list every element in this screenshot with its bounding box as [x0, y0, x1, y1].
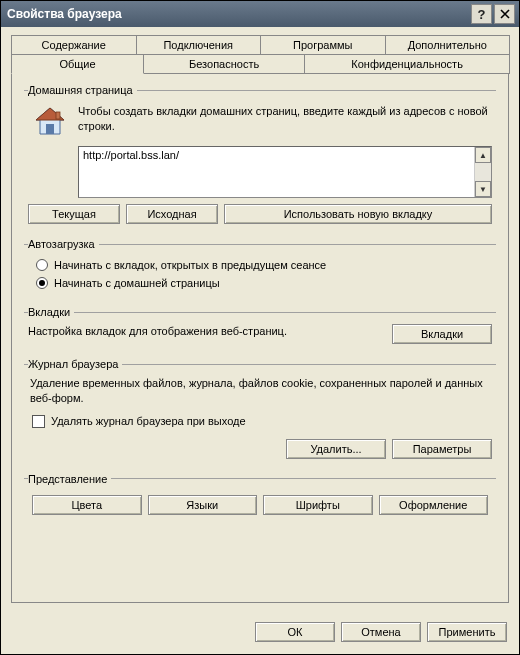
dialog-bottom-bar: ОК Отмена Применить — [1, 612, 519, 654]
delete-history-button[interactable]: Удалить... — [286, 439, 386, 459]
tab-advanced[interactable]: Дополнительно — [385, 35, 511, 55]
radio-selected-icon — [36, 277, 48, 289]
legend-tabs: Вкладки — [28, 306, 74, 318]
tab-content[interactable]: Содержание — [11, 35, 137, 55]
tab-programs[interactable]: Программы — [260, 35, 386, 55]
fieldset-home: Домашняя страница Чтобы создать вкладки … — [24, 84, 496, 228]
checkbox-icon — [32, 415, 45, 428]
startup-option-last-session[interactable]: Начинать с вкладок, открытых в предыдуще… — [28, 256, 492, 274]
fieldset-tabs: Вкладки Настройка вкладок для отображени… — [24, 306, 496, 348]
ok-button[interactable]: ОК — [255, 622, 335, 642]
tabs-settings-button[interactable]: Вкладки — [392, 324, 492, 344]
fieldset-history: Журнал браузера Удаление временных файло… — [24, 358, 496, 463]
history-settings-button[interactable]: Параметры — [392, 439, 492, 459]
radio-icon — [36, 259, 48, 271]
scroll-down-icon[interactable]: ▼ — [475, 181, 491, 197]
delete-on-exit-checkbox[interactable]: Удалять журнал браузера при выходе — [28, 412, 492, 431]
tab-privacy[interactable]: Конфиденциальность — [304, 54, 510, 74]
scroll-up-icon[interactable]: ▲ — [475, 147, 491, 163]
fieldset-startup: Автозагрузка Начинать с вкладок, открыты… — [24, 238, 496, 296]
cancel-button[interactable]: Отмена — [341, 622, 421, 642]
titlebar: Свойства браузера ? — [1, 1, 519, 27]
fonts-button[interactable]: Шрифты — [263, 495, 373, 515]
tab-panel-general: Домашняя страница Чтобы создать вкладки … — [11, 73, 509, 603]
home-url-input[interactable] — [79, 147, 473, 197]
accessibility-button[interactable]: Оформление — [379, 495, 489, 515]
languages-button[interactable]: Языки — [148, 495, 258, 515]
home-icon — [32, 104, 68, 140]
use-newtab-button[interactable]: Использовать новую вкладку — [224, 204, 492, 224]
colors-button[interactable]: Цвета — [32, 495, 142, 515]
fieldset-appearance: Представление Цвета Языки Шрифты Оформле… — [24, 473, 496, 519]
legend-home: Домашняя страница — [28, 84, 137, 96]
svg-rect-3 — [56, 112, 60, 119]
history-desc: Удаление временных файлов, журнала, файл… — [28, 376, 492, 412]
tab-connections[interactable]: Подключения — [136, 35, 262, 55]
use-default-button[interactable]: Исходная — [126, 204, 218, 224]
legend-appearance: Представление — [28, 473, 111, 485]
dialog-content: Содержание Подключения Программы Дополни… — [1, 27, 519, 611]
tab-general[interactable]: Общие — [11, 54, 144, 74]
svg-rect-2 — [46, 124, 54, 134]
close-button[interactable] — [494, 4, 515, 24]
tab-row-front: Общие Безопасность Конфиденциальность — [11, 54, 509, 74]
help-button[interactable]: ? — [471, 4, 492, 24]
legend-history: Журнал браузера — [28, 358, 122, 370]
dialog-window: Свойства браузера ? Содержание Подключен… — [0, 0, 520, 655]
home-desc: Чтобы создать вкладки домашних страниц, … — [78, 102, 492, 140]
apply-button[interactable]: Применить — [427, 622, 507, 642]
tabs-desc: Настройка вкладок для отображения веб-ст… — [28, 324, 382, 339]
tab-security[interactable]: Безопасность — [143, 54, 305, 74]
legend-startup: Автозагрузка — [28, 238, 99, 250]
scrollbar[interactable]: ▲ ▼ — [474, 147, 491, 197]
startup-option-home[interactable]: Начинать с домашней страницы — [28, 274, 492, 292]
home-url-box: ▲ ▼ — [78, 146, 492, 198]
use-current-button[interactable]: Текущая — [28, 204, 120, 224]
window-title: Свойства браузера — [7, 7, 469, 21]
tab-row-back: Содержание Подключения Программы Дополни… — [11, 35, 509, 55]
close-icon — [500, 9, 510, 19]
